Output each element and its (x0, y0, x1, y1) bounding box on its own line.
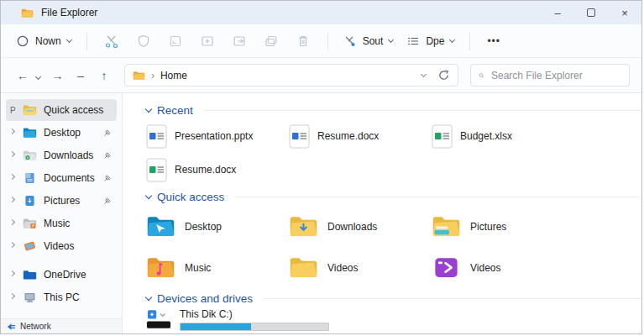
chevron-right-icon[interactable] (10, 297, 23, 298)
close-button[interactable]: × (608, 1, 641, 24)
section-title: Recent (157, 104, 193, 117)
forward-button[interactable]: → (48, 69, 68, 82)
folder-item[interactable]: Videos (432, 247, 574, 288)
chevron-right-icon[interactable] (10, 132, 23, 134)
drive-usage-fill (181, 323, 251, 330)
folder-item[interactable]: Pictures (432, 206, 574, 247)
sidebar-item-music[interactable]: Music (6, 213, 117, 234)
search-icon (479, 70, 484, 81)
sort-button[interactable]: Sout (337, 29, 401, 53)
new-button[interactable]: Nown (9, 29, 78, 53)
minimize-button[interactable]: – (541, 1, 574, 24)
file-item[interactable]: Resume.docx (146, 153, 289, 186)
back-button[interactable]: ← (13, 69, 33, 82)
copy-to-button[interactable] (255, 34, 287, 49)
folder-item[interactable]: Music (146, 247, 289, 288)
sidebar-item-label: Videos (44, 240, 74, 252)
pictures-icon (23, 195, 37, 207)
sort-icon (343, 34, 357, 48)
recent-files-grid: Presentation.pptx Resume.docx (146, 119, 641, 186)
maximize-button[interactable] (574, 1, 608, 24)
breadcrumb-separator: › (151, 70, 154, 81)
address-input[interactable]: › Home (124, 64, 458, 87)
address-dropdown-icon[interactable] (421, 71, 427, 76)
toolbar-divider (469, 32, 470, 50)
section-header-quick-access[interactable]: Quick access (146, 191, 641, 203)
view-button[interactable]: Dpe (400, 29, 461, 53)
documents-icon (23, 172, 37, 184)
app-folder-icon (21, 8, 34, 18)
sidebar-item-documents[interactable]: Documents (6, 167, 117, 189)
cut-icon (104, 34, 119, 49)
chevron-right-icon[interactable] (10, 245, 23, 247)
section-divider (235, 197, 641, 197)
chevron-right-icon[interactable] (10, 223, 23, 224)
pin-icon[interactable] (102, 196, 113, 206)
folder-item[interactable]: Desktop (146, 206, 289, 247)
document-file-icon (289, 124, 310, 149)
drive-item[interactable]: This Dik C:) 3.40 GB free of 455 GB (146, 308, 641, 333)
section-header-devices[interactable]: Devices and drives (146, 292, 641, 305)
expander-glyph[interactable]: P (10, 106, 23, 115)
up-button[interactable]: ↑ (94, 69, 114, 82)
sidebar-item-quick-access[interactable]: P Quick access (6, 99, 117, 121)
sidebar-item-downloads[interactable]: Downloads (6, 144, 117, 166)
view-icon (406, 34, 420, 48)
file-name: Resume.docx (317, 130, 379, 142)
folder-name: Videos (470, 262, 500, 274)
file-item[interactable]: Presentation.pptx (146, 119, 289, 153)
sidebar-item-label: This PC (44, 291, 80, 303)
chevron-right-icon[interactable] (10, 274, 23, 276)
network-icon (7, 323, 16, 331)
sidebar-item-desktop[interactable]: Desktop (6, 122, 117, 144)
delete-icon (296, 34, 311, 49)
share-button[interactable] (223, 34, 255, 49)
sidebar-item-onedrive[interactable]: OneDrive (6, 264, 117, 286)
chevron-right-icon[interactable] (10, 200, 23, 202)
folder-item[interactable]: Videos (289, 247, 432, 288)
copy-button[interactable] (128, 34, 160, 49)
onedrive-folder-icon (23, 269, 37, 281)
chevron-right-icon[interactable] (10, 177, 23, 179)
sidebar-item-label: Desktop (44, 127, 81, 139)
toolbar-divider (327, 32, 328, 50)
recent-button[interactable]: – (71, 69, 91, 82)
drive-name: This Dik C:) (180, 308, 329, 320)
videos-icon (23, 240, 37, 252)
section-header-recent[interactable]: Recent (146, 104, 641, 117)
sidebar-item-label: Music (44, 218, 70, 229)
sidebar-item-label: OneDrive (44, 269, 86, 281)
pin-icon[interactable] (102, 173, 113, 183)
sidebar-item-this-pc[interactable]: This PC (6, 286, 117, 308)
recent-locations-button[interactable] (36, 70, 45, 81)
spreadsheet-file-icon (146, 158, 167, 182)
rename-button[interactable] (191, 34, 223, 49)
chevron-down-icon (66, 36, 72, 42)
hard-drive-icon (146, 308, 171, 331)
command-toolbar: Nown (1, 24, 641, 58)
rename-icon (200, 34, 215, 49)
pin-icon[interactable] (102, 150, 113, 160)
paste-button[interactable] (160, 34, 191, 49)
refresh-icon[interactable] (437, 69, 450, 81)
chevron-right-icon[interactable] (10, 155, 23, 156)
cut-button[interactable] (96, 34, 128, 49)
downloads-folder-icon (23, 150, 37, 161)
sidebar-item-pictures[interactable]: Pictures (6, 190, 117, 212)
sidebar-item-label: Quick access (44, 104, 103, 116)
sidebar-item-network[interactable]: Network (1, 318, 122, 333)
breadcrumb-location[interactable]: Home (160, 70, 187, 81)
see-more-button[interactable]: ••• (479, 30, 509, 52)
sort-button-label: Sout (363, 35, 384, 47)
search-input[interactable] (491, 70, 621, 81)
sidebar-item-label: Downloads (44, 150, 93, 161)
drive-usage-bar (180, 323, 329, 331)
quick-access-grid: Desktop Downloads (146, 206, 641, 288)
folder-item[interactable]: Downloads (289, 206, 432, 247)
delete-button[interactable] (287, 34, 319, 49)
chevron-down-icon (388, 36, 394, 42)
sidebar-item-videos[interactable]: Videos (6, 235, 117, 257)
file-item[interactable]: Resume.docx (289, 119, 432, 153)
pin-icon[interactable] (102, 128, 113, 138)
file-item[interactable]: Budget.xlsx (432, 119, 574, 153)
